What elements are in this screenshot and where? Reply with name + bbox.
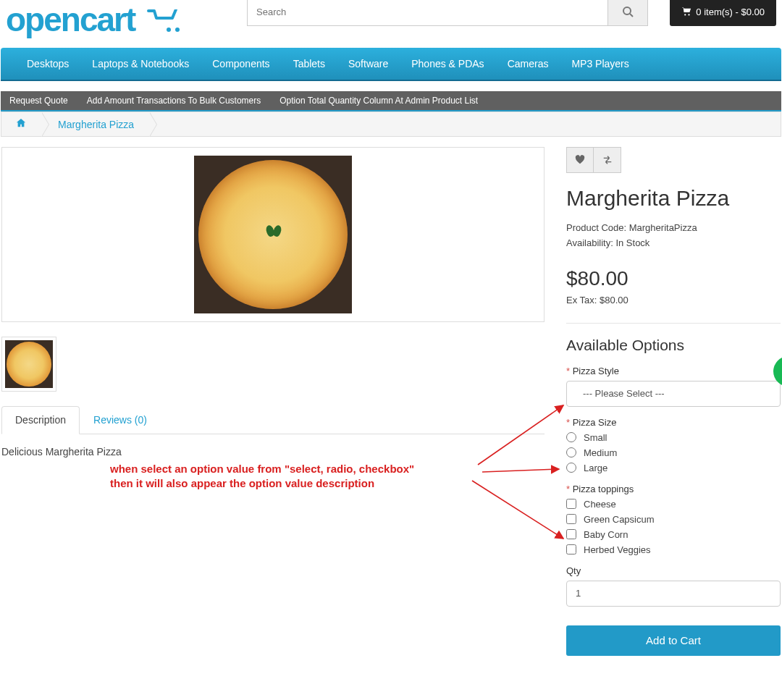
add-to-cart-button[interactable]: Add to Cart	[566, 625, 781, 656]
pizza-size-label: * Pizza Size	[566, 417, 781, 428]
description-text: Delicious Margherita Pizza	[1, 446, 122, 457]
breadcrumb: Margherita Pizza	[1, 111, 781, 137]
annotation: when select an option value from "select…	[110, 462, 545, 492]
svg-point-2	[623, 7, 631, 14]
product-title: Margherita Pizza	[566, 186, 781, 211]
heart-icon	[575, 155, 585, 165]
size-large-radio[interactable]	[566, 463, 576, 473]
search	[247, 0, 648, 26]
cart-icon	[681, 7, 691, 17]
topping-babycorn[interactable]: Baby Corn	[566, 529, 781, 540]
size-medium-radio[interactable]	[566, 447, 576, 457]
tabs: Description Reviews (0)	[1, 406, 545, 434]
nav-phones[interactable]: Phones & PDAs	[400, 48, 495, 80]
logo-cart-icon	[147, 0, 182, 39]
svg-point-1	[175, 28, 180, 32]
size-large[interactable]: Large	[566, 463, 781, 473]
svg-point-0	[167, 28, 171, 32]
topping-capsicum[interactable]: Green Capsicum	[566, 514, 781, 525]
nav-components[interactable]: Components	[201, 48, 281, 80]
nav-laptops[interactable]: Laptops & Notebooks	[80, 48, 201, 80]
cart-text: 0 item(s) - $0.00	[696, 7, 765, 17]
nav-software[interactable]: Software	[337, 48, 400, 80]
sub-add-amount[interactable]: Add Amount Transactions To Bulk Customer…	[87, 96, 261, 106]
avail-label: Availability:	[566, 237, 615, 248]
pizza-image	[194, 156, 352, 313]
breadcrumb-product[interactable]: Margherita Pizza	[58, 119, 134, 130]
tab-description[interactable]: Description	[1, 406, 80, 434]
search-icon	[622, 6, 634, 17]
product-thumbnail[interactable]	[1, 337, 56, 392]
topping-cheese[interactable]: Cheese	[566, 499, 781, 510]
price: $80.00	[566, 267, 781, 290]
extax: Ex Tax: $80.00	[566, 295, 781, 305]
logo[interactable]: opencart	[6, 0, 225, 39]
avail-value: In Stock	[615, 237, 649, 248]
search-input[interactable]	[247, 0, 607, 26]
qty-label: Qty	[566, 565, 781, 576]
cart-button[interactable]: 0 item(s) - $0.00	[670, 0, 776, 26]
annotation-line2: then it will also appear the option valu…	[110, 476, 545, 491]
search-button[interactable]	[607, 0, 648, 26]
main-nav: Desktops Laptops & Notebooks Components …	[1, 48, 781, 81]
options-heading: Available Options	[566, 337, 781, 354]
breadcrumb-home[interactable]	[16, 118, 26, 130]
nav-desktops[interactable]: Desktops	[15, 48, 80, 80]
tab-reviews[interactable]: Reviews (0)	[80, 406, 161, 434]
topping-capsicum-checkbox[interactable]	[566, 514, 576, 524]
sub-option-total[interactable]: Option Total Quantity Column At Admin Pr…	[279, 96, 478, 106]
qty-input[interactable]	[566, 581, 781, 607]
sub-request-quote[interactable]: Request Quote	[9, 96, 68, 106]
compare-button[interactable]	[594, 147, 621, 173]
tab-body: Delicious Margherita Pizza when select a…	[1, 434, 545, 503]
topping-babycorn-checkbox[interactable]	[566, 529, 576, 539]
pizza-toppings-label: * Pizza toppings	[566, 484, 781, 494]
topping-herbed[interactable]: Herbed Veggies	[566, 544, 781, 555]
nav-mp3[interactable]: MP3 Players	[560, 48, 640, 80]
product-image[interactable]	[1, 147, 545, 322]
code-label: Product Code:	[566, 222, 629, 233]
size-small[interactable]: Small	[566, 432, 781, 443]
code-value: MargheritaPizza	[629, 222, 697, 233]
nav-tablets[interactable]: Tablets	[282, 48, 337, 80]
svg-point-4	[684, 14, 686, 15]
logo-text: opencart	[6, 1, 135, 38]
size-medium[interactable]: Medium	[566, 447, 781, 458]
pizza-style-label: * Pizza Style	[566, 366, 781, 376]
svg-line-3	[630, 14, 633, 17]
divider	[566, 323, 781, 324]
svg-point-5	[689, 14, 690, 15]
topping-cheese-checkbox[interactable]	[566, 499, 576, 509]
annotation-line1: when select an option value from "select…	[110, 462, 545, 476]
compare-icon	[602, 155, 613, 165]
pizza-style-select[interactable]: --- Please Select ---	[566, 381, 781, 407]
topping-herbed-checkbox[interactable]	[566, 544, 576, 554]
home-icon	[16, 118, 26, 128]
wishlist-button[interactable]	[566, 147, 594, 173]
product-meta: Product Code: MargheritaPizza Availabili…	[566, 221, 781, 251]
nav-cameras[interactable]: Cameras	[496, 48, 560, 80]
sub-nav: Request Quote Add Amount Transactions To…	[1, 91, 781, 111]
size-small-radio[interactable]	[566, 432, 576, 442]
